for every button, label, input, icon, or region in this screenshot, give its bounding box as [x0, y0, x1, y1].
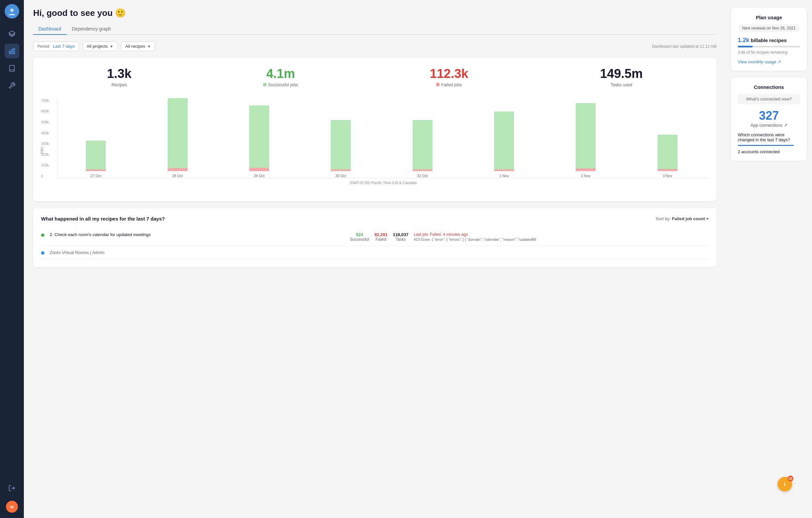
- svg-point-10: [784, 485, 785, 486]
- bar-failed-segment: [86, 169, 106, 171]
- activity-row: 2. Check each room's calendar for update…: [41, 228, 708, 246]
- stat-recipes-value: 1.3k: [107, 67, 132, 81]
- bar-group: 1 Nov: [466, 111, 542, 178]
- recipes-label: All recipes: [125, 44, 145, 49]
- sidebar: w: [0, 0, 24, 518]
- svg-rect-3: [11, 49, 12, 54]
- connections-progress: [738, 145, 794, 146]
- recipe-failed-col: 92,291 Failed: [375, 232, 388, 242]
- stat-successful-value: 4.1m: [263, 67, 298, 81]
- bar-label: 27 Oct: [90, 174, 101, 178]
- bar-success-segment: [658, 135, 677, 169]
- bar-label: 2 Nov: [581, 174, 590, 178]
- tab-dashboard[interactable]: Dashboard: [33, 24, 67, 35]
- stats-row: 1.3k Recipes 4.1m Successful jobs 112.3k…: [41, 67, 708, 87]
- bar-success-segment: [413, 120, 433, 169]
- projects-label: All projects: [87, 44, 108, 49]
- what-connected: What's connected now?: [738, 94, 800, 104]
- remaining-text: 3.8k of 5k recipes remaining: [738, 50, 800, 55]
- sidebar-item-tools[interactable]: [5, 78, 19, 93]
- stat-failed: 112.3k Failed jobs: [430, 67, 468, 87]
- stat-recipes: 1.3k Recipes: [107, 67, 132, 87]
- bar-failed-segment: [413, 169, 433, 171]
- svg-rect-2: [9, 51, 10, 54]
- sort-by[interactable]: Sort by: Failed job count ▾: [656, 216, 708, 221]
- view-usage-label: View monthly usage: [738, 59, 776, 64]
- sidebar-bottom: w: [5, 480, 19, 514]
- page-header: Hi, good to see you 🙂: [33, 8, 717, 18]
- chart-bars: 27 Oct28 Oct29 Oct30 Oct31 Oct1 Nov2 Nov…: [58, 99, 708, 178]
- plan-usage-card: Plan usage Next renewal on Nov 26, 2021 …: [731, 8, 807, 71]
- bar-group: 27 Oct: [58, 141, 134, 178]
- bar-group: 2 Nov: [548, 103, 624, 178]
- svg-point-0: [10, 9, 13, 12]
- progress-bar: [738, 46, 800, 48]
- tab-dependency[interactable]: Dependency graph: [67, 24, 116, 35]
- bar-success-segment: [168, 98, 187, 168]
- recipes-arrow: ▼: [147, 45, 151, 48]
- app-logo: w: [5, 499, 19, 514]
- avatar[interactable]: [5, 4, 19, 19]
- activity-title: What happened in all my recipes for the …: [41, 216, 165, 221]
- bar-label: 3 Nov: [663, 174, 672, 178]
- renewal-badge: Next renewal on Nov 26, 2021: [738, 24, 800, 32]
- sidebar-item-docs[interactable]: [5, 61, 19, 76]
- page-greeting: Hi, good to see you 🙂: [33, 8, 717, 18]
- bar-failed-segment: [331, 169, 351, 171]
- activity-header: What happened in all my recipes for the …: [41, 216, 708, 221]
- changed-question: Which connections were changed in the la…: [738, 132, 800, 142]
- bar-success-segment: [249, 106, 269, 168]
- projects-arrow: ▼: [110, 45, 113, 48]
- stat-tasks-value: 149.5m: [600, 67, 643, 81]
- sidebar-item-layers[interactable]: [5, 27, 19, 41]
- stat-tasks-label: Tasks used: [600, 82, 643, 87]
- y-axis-labels: 0 100k 200k 300k 400k 500k 600k 700k: [41, 99, 49, 178]
- bar-group: 29 Oct: [222, 106, 297, 178]
- recipe-tasks-col: 118,037 Tasks: [393, 232, 408, 242]
- recipe-successful-col: 523 Successful: [350, 232, 369, 242]
- recipe-status-dot-2: [41, 251, 45, 255]
- progress-fill: [738, 46, 753, 48]
- bar-failed-segment: [168, 168, 187, 171]
- notification-area: 20: [778, 477, 792, 491]
- svg-text:w: w: [10, 504, 14, 509]
- activity-row-2: Zoom Virtual Rooms | Admin: [41, 246, 708, 259]
- dashboard-card: 1.3k Recipes 4.1m Successful jobs 112.3k…: [33, 58, 717, 201]
- last-updated: Dashboard last updated at 11:12 AM: [652, 44, 717, 49]
- stat-tasks: 149.5m Tasks used: [600, 67, 643, 87]
- bar-success-segment: [576, 103, 596, 168]
- connections-external-icon: ↗: [784, 123, 787, 128]
- external-link-icon: ↗: [778, 59, 781, 64]
- plan-usage-title: Plan usage: [738, 15, 800, 20]
- bar-label: 31 Oct: [417, 174, 428, 178]
- billable-label: 1.2k billable recipes: [738, 37, 800, 44]
- bar-failed-segment: [658, 169, 677, 171]
- connections-label: App connections ↗: [738, 123, 800, 128]
- projects-filter[interactable]: All projects ▼: [83, 42, 118, 51]
- right-panel: Plan usage Next renewal on Nov 26, 2021 …: [726, 0, 812, 518]
- sidebar-item-logout[interactable]: [5, 481, 19, 495]
- bar-failed-segment: [494, 169, 514, 171]
- recipes-filter[interactable]: All recipes ▼: [121, 42, 155, 51]
- successful-dot: [263, 83, 266, 86]
- sort-label: Sort by:: [656, 216, 671, 221]
- center-panel: Hi, good to see you 🙂 Dashboard Dependen…: [24, 0, 726, 518]
- bar-success-segment: [331, 120, 351, 169]
- stat-failed-value: 112.3k: [430, 67, 468, 81]
- sort-value: Failed job count: [672, 216, 705, 221]
- connections-card: Connections What's connected now? 327 Ap…: [731, 78, 807, 161]
- view-usage-link[interactable]: View monthly usage ↗: [738, 59, 800, 64]
- period-value: Last 7 days: [53, 44, 75, 49]
- filters-row: Period: Last 7 days All projects ▼ All r…: [33, 42, 717, 51]
- bar-group: 3 Nov: [630, 135, 705, 178]
- recipe-last-job-col: Last job: Failed, 4 minutes ago 410 Gone…: [414, 232, 708, 241]
- period-filter[interactable]: Period: Last 7 days: [33, 42, 79, 51]
- bar-group: 30 Oct: [303, 120, 378, 178]
- bar-label: 28 Oct: [172, 174, 183, 178]
- bar-group: 31 Oct: [385, 120, 460, 178]
- stat-successful: 4.1m Successful jobs: [263, 67, 298, 87]
- tabs-container: Dashboard Dependency graph: [33, 24, 717, 35]
- sidebar-item-chart[interactable]: [5, 44, 19, 58]
- bar-group: 28 Oct: [140, 98, 215, 178]
- notification-count: 20: [787, 475, 793, 482]
